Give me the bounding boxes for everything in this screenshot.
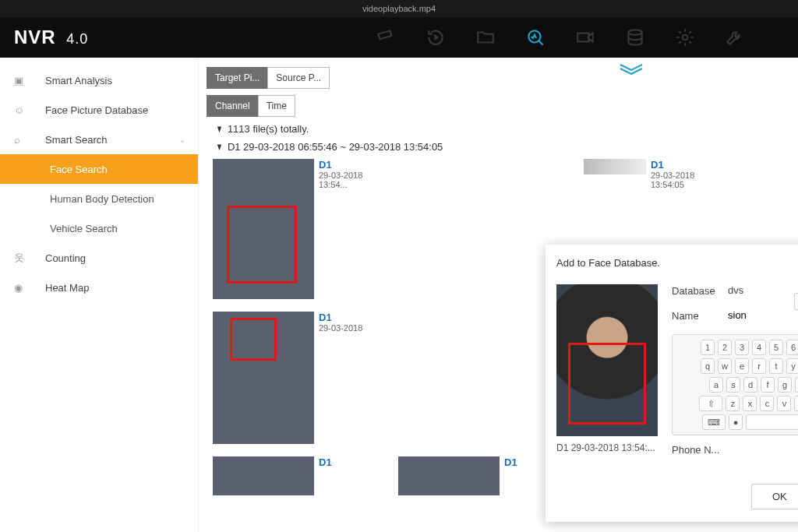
clipboard-buttons: Copy Paste bbox=[794, 293, 798, 310]
key-2[interactable]: 2 bbox=[718, 340, 732, 355]
brand-name: NVR bbox=[14, 26, 56, 48]
thumb-channel: D1 bbox=[651, 159, 694, 171]
tab-time[interactable]: Time bbox=[258, 95, 295, 117]
field-label: Database bbox=[672, 285, 728, 297]
storage-icon[interactable] bbox=[625, 27, 645, 48]
thumb-meta: D1 29-03-2018 bbox=[314, 312, 362, 444]
face-db-icon: ☺ bbox=[14, 104, 31, 116]
key-q[interactable]: q bbox=[701, 358, 715, 374]
key-b[interactable]: b bbox=[794, 396, 798, 411]
key-z[interactable]: z bbox=[726, 396, 740, 411]
tab-target-picture[interactable]: Target Pi... bbox=[207, 67, 268, 89]
sidebar-item-face-search[interactable]: Face Search bbox=[0, 154, 198, 184]
svg-rect-1 bbox=[577, 33, 588, 42]
search-activity-icon[interactable] bbox=[525, 27, 546, 48]
result-thumb[interactable]: D1 bbox=[398, 456, 570, 495]
analysis-icon: ▣ bbox=[14, 75, 31, 86]
database-select[interactable]: dvs bbox=[728, 284, 798, 297]
key-f[interactable]: f bbox=[761, 377, 775, 393]
svg-point-2 bbox=[628, 30, 641, 35]
name-input[interactable] bbox=[728, 309, 798, 322]
app-header: NVR 4.0 bbox=[0, 17, 798, 58]
key-a[interactable]: a bbox=[709, 377, 723, 393]
dialog-title: Add to Face Database. bbox=[556, 257, 798, 269]
sidebar-item-label: Face Search bbox=[50, 164, 108, 175]
dialog-caption: D1 29-03-2018 13:54:... bbox=[556, 442, 658, 453]
key-4[interactable]: 4 bbox=[752, 340, 766, 355]
key-d[interactable]: d bbox=[743, 377, 757, 393]
key-w[interactable]: w bbox=[718, 358, 732, 374]
key-c[interactable]: c bbox=[760, 396, 774, 411]
field-name: Name Copy Paste × bbox=[672, 309, 798, 322]
key-⌨[interactable]: ⌨ bbox=[702, 414, 726, 430]
key-6[interactable]: 6 bbox=[786, 340, 798, 355]
wrench-icon[interactable] bbox=[725, 27, 745, 48]
counting-icon: 웃 bbox=[14, 251, 31, 265]
result-thumb[interactable]: D1 bbox=[213, 456, 384, 495]
thumb-image bbox=[213, 312, 314, 444]
dialog-preview: D1 29-03-2018 13:54:... bbox=[556, 284, 658, 468]
key-s[interactable]: s bbox=[726, 377, 740, 393]
thumb-date: 29-03-2018 bbox=[319, 323, 362, 333]
sidebar-item-human-body[interactable]: Human Body Detection bbox=[0, 184, 198, 213]
playback-icon[interactable] bbox=[425, 27, 446, 48]
phone-input[interactable] bbox=[728, 443, 798, 456]
sidebar-item-smart-analysis[interactable]: ▣ Smart Analysis bbox=[0, 65, 198, 95]
record-icon[interactable] bbox=[575, 27, 595, 48]
key-5[interactable]: 5 bbox=[769, 340, 783, 355]
sidebar-item-heatmap[interactable]: ◉ Heat Map bbox=[0, 273, 198, 302]
tab-group-picture: Target Pi... Source P... bbox=[207, 67, 786, 89]
copy-button[interactable]: Copy bbox=[795, 294, 798, 309]
thumb-date: 29-03-2018 bbox=[651, 171, 694, 180]
expand-handle[interactable] bbox=[616, 62, 647, 75]
key-v[interactable]: v bbox=[777, 396, 791, 411]
thumb-image bbox=[584, 159, 646, 174]
brand-logo: NVR 4.0 bbox=[14, 26, 88, 48]
key-h[interactable]: h bbox=[795, 377, 798, 393]
key-r[interactable]: r bbox=[752, 358, 766, 374]
key-3[interactable]: 3 bbox=[735, 340, 749, 355]
folder-icon[interactable] bbox=[475, 27, 496, 48]
dialog-actions: OK Close bbox=[556, 484, 798, 509]
key-space[interactable] bbox=[746, 414, 798, 430]
tab-source-picture[interactable]: Source P... bbox=[267, 67, 330, 89]
key-x[interactable]: x bbox=[743, 396, 757, 411]
sidebar-item-smart-search[interactable]: ⌕ Smart Search ⌄ bbox=[0, 125, 198, 154]
key-●[interactable]: ● bbox=[729, 414, 743, 430]
sidebar: ▣ Smart Analysis ☺ Face Picture Database… bbox=[0, 58, 199, 532]
sidebar-item-face-db[interactable]: ☺ Face Picture Database bbox=[0, 95, 198, 125]
result-thumb[interactable]: D1 29-03-2018 bbox=[213, 312, 384, 444]
thumb-channel: D1 bbox=[504, 456, 517, 468]
thumb-image bbox=[213, 456, 314, 495]
thumb-channel: D1 bbox=[319, 456, 332, 468]
search-icon: ⌕ bbox=[14, 134, 31, 146]
thumb-channel: D1 bbox=[319, 159, 362, 171]
name-input-wrap: Copy Paste × bbox=[728, 309, 798, 322]
sidebar-item-label: Smart Search bbox=[45, 134, 107, 146]
camera-icon[interactable] bbox=[376, 27, 396, 48]
sidebar-item-vehicle-search[interactable]: Vehicle Search bbox=[0, 213, 198, 243]
window-title: videoplayback.mp4 bbox=[362, 4, 436, 13]
sidebar-item-label: Heat Map bbox=[45, 282, 89, 294]
gear-icon[interactable] bbox=[675, 27, 695, 48]
dialog-image bbox=[556, 284, 658, 436]
key-t[interactable]: t bbox=[769, 358, 783, 374]
field-database: Database dvs ▾ bbox=[672, 284, 798, 297]
key-g[interactable]: g bbox=[778, 377, 792, 393]
header-nav bbox=[376, 27, 784, 48]
result-total: ▼1113 file(s) totally. bbox=[207, 123, 786, 135]
result-thumb[interactable]: D1 29-03-2018 13:54... bbox=[213, 159, 384, 299]
tab-channel[interactable]: Channel bbox=[207, 95, 259, 117]
ok-button[interactable]: OK bbox=[751, 484, 798, 509]
thumb-time: 13:54... bbox=[319, 180, 362, 189]
sidebar-item-label: Face Picture Database bbox=[45, 104, 148, 116]
sidebar-item-label: Smart Analysis bbox=[45, 75, 112, 86]
dialog-form: Database dvs ▾ Name Copy Paste × bbox=[672, 284, 798, 468]
key-1[interactable]: 1 bbox=[701, 340, 715, 355]
key-y[interactable]: y bbox=[786, 358, 798, 374]
sidebar-item-counting[interactable]: 웃 Counting bbox=[0, 243, 198, 273]
key-e[interactable]: e bbox=[735, 358, 749, 374]
key-⇧[interactable]: ⇧ bbox=[699, 396, 722, 411]
main-content: Target Pi... Source P... Channel Time ▼1… bbox=[199, 58, 798, 532]
field-phone: Phone N... bbox=[672, 443, 798, 456]
